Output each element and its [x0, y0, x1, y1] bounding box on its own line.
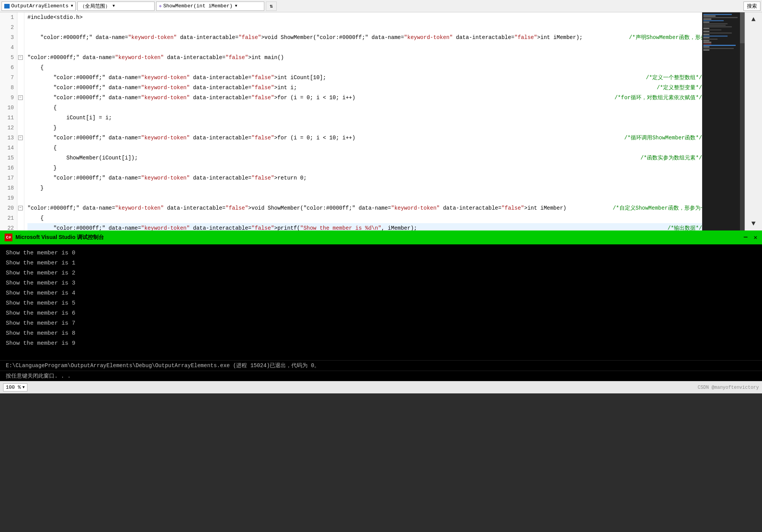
output-line: Show the member is 1 [6, 258, 756, 268]
zoom-select[interactable]: 100 % ▼ [3, 383, 27, 391]
output-line: Show the member is 7 [6, 319, 756, 329]
comment-token: /*定义整型变量*/ [657, 83, 702, 93]
string-token: "false" [252, 75, 274, 81]
scope-dropdown[interactable]: （全局范围） ▼ [77, 2, 155, 11]
minimap[interactable] [702, 12, 745, 230]
string-token: "color:#0000ff;" [53, 175, 105, 181]
code-line: iCount[i] = i; [27, 113, 702, 123]
line-number: 8 [0, 83, 17, 93]
comment-token: /*for循环，对数组元素依次赋值*/ [614, 93, 702, 103]
line-number: 6 [0, 63, 17, 73]
code-line: { [27, 213, 702, 223]
string-token: "color:#0000ff;" [53, 225, 105, 230]
string-token: "color:#0000ff;" [53, 85, 105, 91]
line-number: 1 [0, 12, 17, 22]
code-line: { [27, 103, 702, 113]
line-number: 17 [0, 173, 17, 183]
collapse-button[interactable]: − [18, 206, 23, 210]
line-number: 12 [0, 123, 17, 133]
output-line: Show the member is 9 [6, 339, 756, 349]
code-line: { [27, 63, 702, 73]
func-dropdown[interactable]: ◈ ShowMember(int iMember) ▼ [156, 2, 264, 11]
string-token: "keyword-token" [141, 75, 190, 81]
sort-icon: ⇅ [270, 3, 273, 9]
string-token: "false" [226, 205, 248, 211]
debug-console: C# Microsoft Visual Studio 调试控制台 — ✕ Sho… [0, 230, 762, 381]
debug-output: Show the member is 0Show the member is 1… [0, 244, 762, 360]
string-token: "keyword-token" [128, 34, 177, 41]
line-number: 16 [0, 163, 17, 173]
output-line: Show the member is 2 [6, 268, 756, 278]
string-token: "keyword-token" [141, 95, 190, 101]
collapse-button[interactable]: − [18, 55, 23, 60]
line-number: 9 [0, 93, 17, 103]
output-line: Show the member is 4 [6, 288, 756, 298]
code-line: } [27, 163, 702, 173]
bottom-bar: 100 % ▼ CSDN @manyoftenvictory [0, 381, 762, 393]
func-dropdown-label: ShowMember(int iMember) [163, 3, 232, 9]
string-token: "keyword-token" [115, 205, 164, 211]
string-token: "color:#0000ff;" [53, 95, 105, 101]
line-number: 14 [0, 143, 17, 153]
scroll-down-button[interactable]: ▼ [752, 220, 756, 227]
minimap-thumb[interactable] [740, 12, 745, 43]
scope-dropdown-label: （全局范围） [80, 3, 110, 10]
string-token: "color:#0000ff;" [316, 34, 368, 41]
file-icon [4, 4, 10, 8]
string-token: "keyword-token" [141, 225, 190, 230]
sort-button[interactable]: ⇅ [266, 2, 277, 11]
code-line [27, 42, 702, 53]
string-token: "false" [252, 175, 274, 181]
minimize-button[interactable]: — [744, 234, 748, 241]
string-token: "keyword-token" [404, 34, 453, 41]
code-line [27, 22, 702, 32]
line-number: 15 [0, 153, 17, 163]
string-token: "color:#0000ff;" [53, 75, 105, 81]
string-token: "false" [226, 54, 248, 61]
output-line: Show the member is 3 [6, 278, 756, 288]
exit-message: E:\CLanguageProgram\OutputArrayElements\… [0, 360, 762, 371]
line-number: 2 [0, 22, 17, 32]
code-line: "color:#0000ff;" data-name="keyword-toke… [27, 53, 702, 63]
line-number: 13 [0, 133, 17, 143]
string-token: "color:#0000ff;" [303, 205, 355, 211]
string-token: "color:#0000ff;" [53, 135, 105, 141]
line-number: 5 [0, 53, 17, 63]
string-token: "false" [252, 135, 274, 141]
line-number: 20 [0, 203, 17, 213]
collapse-button[interactable]: − [18, 136, 23, 140]
string-token: "color:#0000ff;" [27, 205, 79, 211]
string-token: "color:#0000ff;" [41, 34, 92, 41]
code-line: "color:#0000ff;" data-name="keyword-toke… [27, 173, 702, 183]
scope-dropdown-arrow: ▼ [112, 4, 115, 8]
debug-title: Microsoft Visual Studio 调试控制台 [15, 234, 104, 241]
minimap-code [702, 12, 745, 53]
code-line: "color:#0000ff;" data-name="keyword-toke… [27, 203, 702, 213]
comment-token: /*函数实参为数组元素*/ [640, 153, 702, 163]
line-number: 7 [0, 73, 17, 83]
line-number: 3 [0, 32, 17, 42]
debug-titlebar: C# Microsoft Visual Studio 调试控制台 — ✕ [0, 230, 762, 244]
string-token: "false" [252, 225, 274, 230]
zoom-value: 100 % [6, 385, 21, 390]
search-button[interactable]: 搜索 [743, 2, 760, 11]
output-line: Show the member is 6 [6, 308, 756, 319]
collapse-button[interactable]: − [18, 95, 23, 100]
code-line: "color:#0000ff;" data-name="keyword-toke… [27, 93, 702, 103]
file-dropdown[interactable]: OutputArrayElements ▼ [2, 2, 76, 11]
string-token: "false" [514, 34, 537, 41]
file-dropdown-arrow: ▼ [71, 4, 73, 8]
string-token: "false" [252, 85, 274, 91]
debug-window-controls: — ✕ [744, 234, 757, 241]
line-number: 11 [0, 113, 17, 123]
comment-token: /*输出数据*/ [667, 223, 702, 230]
minimap-scrollbar[interactable] [740, 12, 745, 230]
code-line [27, 193, 702, 203]
side-panel: ▲ ▼ [745, 12, 762, 230]
watermark: CSDN @manyoftenvictory [698, 385, 759, 390]
code-editor[interactable]: #include<stdio.h> "color:#0000ff;" data-… [24, 12, 702, 230]
string-token: "false" [252, 95, 274, 101]
close-button[interactable]: ✕ [753, 234, 757, 241]
scroll-up-button[interactable]: ▲ [752, 15, 756, 23]
comment-token: /*自定义ShowMember函数，形参为一个整型数*/ [613, 203, 702, 213]
